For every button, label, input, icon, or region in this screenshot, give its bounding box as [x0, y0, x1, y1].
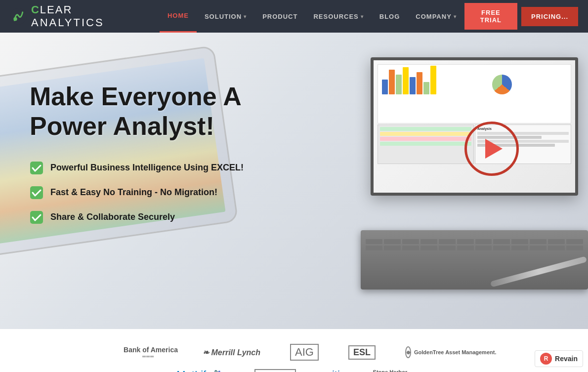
surface-screen: Analysis — [371, 57, 578, 196]
checkmark-icon-2 — [30, 186, 43, 200]
feature-item-1: Powerful Business Intelligence Using EXC… — [30, 161, 287, 175]
solution-chevron-icon: ▾ — [244, 14, 247, 19]
logo-stoneharbor: Stone HarborInvestment Partners — [369, 369, 412, 372]
free-trial-button[interactable]: FREE TRIAL — [464, 3, 517, 30]
logos-section: Bank of America ═══ ❧ Merrill Lynch AIG … — [0, 329, 588, 372]
logo-citi: citi — [326, 369, 339, 372]
logos-row-2: MetLife 🌂 MD SASS citi Stone HarborInves… — [176, 369, 411, 372]
hero-features: Powerful Business Intelligence Using EXC… — [30, 161, 287, 224]
keyboard-mockup — [361, 230, 588, 289]
svg-point-1 — [13, 17, 17, 21]
nav-blog[interactable]: BLOG — [372, 0, 408, 33]
logo-goldentree: ⊕ GoldenTree Asset Management. — [405, 346, 464, 358]
navbar: CLEAR ANALYTICS HOME SOLUTION ▾ PRODUCT … — [0, 0, 588, 33]
hero-content: Make Everyone A Power Analyst! Powerful … — [30, 82, 287, 224]
feature-item-2: Fast & Easy No Training - No Migration! — [30, 186, 287, 200]
pricing-button[interactable]: PRICING... — [521, 7, 578, 26]
logo-merrill-lynch: ❧ Merrill Lynch — [203, 348, 260, 357]
revain-badge[interactable]: R Revain — [535, 350, 583, 367]
logo-esl: ESL — [348, 345, 376, 360]
logo-link[interactable]: CLEAR ANALYTICS — [10, 3, 140, 29]
revain-icon: R — [540, 353, 552, 365]
feature-item-3: Share & Collaborate Securely — [30, 210, 287, 224]
checkmark-icon-1 — [30, 161, 43, 175]
logo-text: CLEAR ANALYTICS — [31, 3, 140, 29]
revain-label: Revain — [555, 355, 578, 363]
play-button[interactable] — [464, 122, 519, 176]
feature-text-2: Fast & Easy No Training - No Migration! — [50, 187, 217, 198]
nav-home[interactable]: HOME — [160, 0, 197, 33]
hero-title: Make Everyone A Power Analyst! — [30, 82, 287, 141]
logo-metlife: MetLife 🌂 — [176, 369, 225, 372]
surface-pro-mockup: Analysis — [351, 57, 588, 304]
logo-mdsass: MD SASS — [254, 369, 296, 372]
checkmark-icon-3 — [30, 210, 43, 224]
hero-section: Analysis — [0, 33, 588, 329]
keyboard-keys — [361, 234, 588, 255]
resources-chevron-icon: ▾ — [361, 14, 364, 19]
nav-cta-buttons: FREE TRIAL PRICING... — [464, 3, 578, 30]
play-icon — [485, 139, 503, 159]
logo-bank-of-america: Bank of America ═══ — [124, 346, 173, 359]
company-chevron-icon: ▾ — [454, 14, 457, 19]
nav-links: HOME SOLUTION ▾ PRODUCT RESOURCES ▾ BLOG… — [160, 0, 464, 33]
nav-company[interactable]: COMPANY ▾ — [408, 0, 464, 33]
nav-product[interactable]: PRODUCT — [254, 0, 305, 33]
nav-solution[interactable]: SOLUTION ▾ — [197, 0, 254, 33]
logos-row-1: Bank of America ═══ ❧ Merrill Lynch AIG … — [124, 344, 464, 361]
feature-text-1: Powerful Business Intelligence Using EXC… — [50, 163, 244, 173]
logo-aig: AIG — [290, 344, 319, 361]
screen-content: Analysis — [374, 60, 575, 193]
nav-resources[interactable]: RESOURCES ▾ — [305, 0, 371, 33]
feature-text-3: Share & Collaborate Securely — [50, 212, 175, 222]
